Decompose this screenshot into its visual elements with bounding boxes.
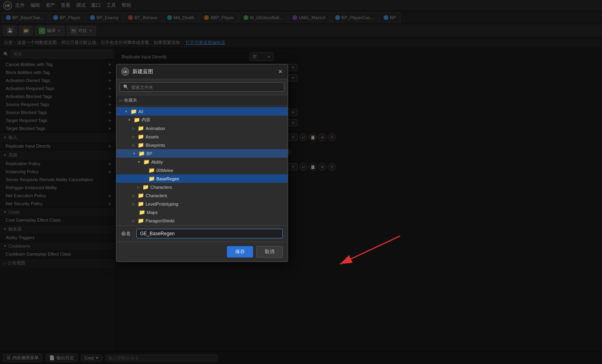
tree-label-all: All xyxy=(138,109,143,114)
tree-item-characters-content[interactable]: ▷ 📁 Characters xyxy=(116,191,288,200)
tree-folder-icon-levelprototyping: 📁 xyxy=(138,201,144,207)
tree-label-ability: Ability xyxy=(151,160,163,164)
modal-cancel-button[interactable]: 取消 xyxy=(256,246,283,258)
tree-folder-icon-characters-content: 📁 xyxy=(138,192,144,198)
tree-item-blueprints[interactable]: ▷ 📁 Blueprints xyxy=(116,141,288,149)
favorites-chevron-icon: ▷ xyxy=(120,98,122,102)
tree-item-ability[interactable]: ▼ 📁 Ability xyxy=(116,158,288,166)
tree-item-all[interactable]: ▼ 📁 All xyxy=(116,107,288,116)
tree-chevron-bp: ▼ xyxy=(132,152,136,156)
tree-label-characters-content: Characters xyxy=(146,193,167,198)
tree-folder-icon-animation: 📁 xyxy=(138,125,144,131)
tree-folder-icon-all: 📁 xyxy=(130,108,137,114)
modal-title-text: 新建蓝图 xyxy=(132,68,153,75)
tree-chevron-characters-content: ▷ xyxy=(132,194,135,198)
modal-title-content: UE 新建蓝图 xyxy=(121,68,153,76)
modal-tree: ▼ 📁 All ▼ 📁 内容 ▷ 📁 Animation ▷ xyxy=(116,106,288,226)
tree-item-animation[interactable]: ▷ 📁 Animation xyxy=(116,124,288,132)
tree-item-maps[interactable]: 📁 Maps xyxy=(116,208,288,216)
tree-chevron-ability: ▼ xyxy=(137,160,141,164)
tree-chevron-paragonshinbi: ▷ xyxy=(132,219,135,223)
favorites-row[interactable]: ▷ 收藏夹 xyxy=(116,95,288,106)
tree-item-characters-ability[interactable]: ▷ 📁 Characters xyxy=(116,183,288,191)
favorites-label: 收藏夹 xyxy=(124,97,137,103)
modal-buttons: 保存 取消 xyxy=(116,242,288,262)
modal-save-button[interactable]: 保存 xyxy=(227,246,253,258)
modal-name-input[interactable] xyxy=(136,229,283,238)
tree-label-paragonshinbi: ParagonShinbi xyxy=(146,218,174,223)
tree-chevron-animation: ▷ xyxy=(132,126,135,130)
tree-label-levelprototyping: LevelPrototyping xyxy=(146,202,178,206)
tree-label-blueprints: Blueprints xyxy=(146,143,165,148)
tree-folder-icon-content: 📁 xyxy=(134,117,140,123)
modal-name-label: 命名 xyxy=(121,230,133,237)
tree-label-characters-ability: Characters xyxy=(150,185,172,190)
tree-folder-icon-blueprints: 📁 xyxy=(138,142,144,148)
tree-item-bp[interactable]: ▼ 📁 BP xyxy=(116,149,288,158)
tree-chevron-assets: ▷ xyxy=(132,135,135,139)
tree-chevron-levelprototyping: ▷ xyxy=(132,202,135,206)
tree-label-bp: BP xyxy=(146,151,152,156)
modal-search-field[interactable] xyxy=(131,85,281,90)
tree-folder-icon-assets: 📁 xyxy=(138,134,144,140)
modal-name-row: 命名 xyxy=(116,226,288,242)
tree-item-baseregen[interactable]: 📁 BaseRegen xyxy=(116,174,288,183)
tree-folder-icon-ability: 📁 xyxy=(143,159,150,165)
modal-search-icon: 🔍 xyxy=(123,84,129,90)
tree-folder-icon-00melee: 📁 xyxy=(148,167,155,173)
tree-folder-icon-paragonshinbi: 📁 xyxy=(138,218,144,224)
modal-search-input-wrapper: 🔍 xyxy=(120,82,284,92)
tree-label-animation: Animation xyxy=(146,126,165,131)
tree-label-00melee: 00Melee xyxy=(156,168,173,173)
tree-item-paragonshinbi[interactable]: ▷ 📁 ParagonShinbi xyxy=(116,216,288,225)
tree-item-levelprototyping[interactable]: ▷ 📁 LevelPrototyping xyxy=(116,200,288,208)
tree-chevron-characters-ability: ▷ xyxy=(137,185,140,189)
tree-label-content: 内容 xyxy=(142,117,150,123)
modal-search-container: 🔍 xyxy=(116,79,288,95)
modal-overlay: UE 新建蓝图 ✕ 🔍 ▷ 收藏夹 ▼ 📁 All xyxy=(0,0,602,364)
modal-ue-logo: UE xyxy=(121,68,129,76)
tree-item-content[interactable]: ▼ 📁 内容 xyxy=(116,116,288,124)
tree-folder-icon-characters-ability: 📁 xyxy=(142,184,149,190)
new-blueprint-modal: UE 新建蓝图 ✕ 🔍 ▷ 收藏夹 ▼ 📁 All xyxy=(116,64,288,262)
tree-item-00melee[interactable]: 📁 00Melee xyxy=(116,166,288,174)
tree-label-maps: Maps xyxy=(147,210,158,215)
tree-label-assets: Assets xyxy=(146,134,159,139)
tree-item-assets[interactable]: ▷ 📁 Assets xyxy=(116,132,288,141)
modal-close-button[interactable]: ✕ xyxy=(278,68,283,75)
tree-chevron-content: ▼ xyxy=(128,118,131,122)
modal-titlebar: UE 新建蓝图 ✕ xyxy=(116,64,288,79)
tree-folder-icon-maps: 📁 xyxy=(139,209,145,215)
tree-folder-icon-bp: 📁 xyxy=(138,150,145,156)
tree-folder-icon-baseregen: 📁 xyxy=(148,176,155,182)
tree-chevron-all: ▼ xyxy=(124,110,128,114)
tree-chevron-blueprints: ▷ xyxy=(132,143,135,147)
tree-label-baseregen: BaseRegen xyxy=(156,176,180,181)
